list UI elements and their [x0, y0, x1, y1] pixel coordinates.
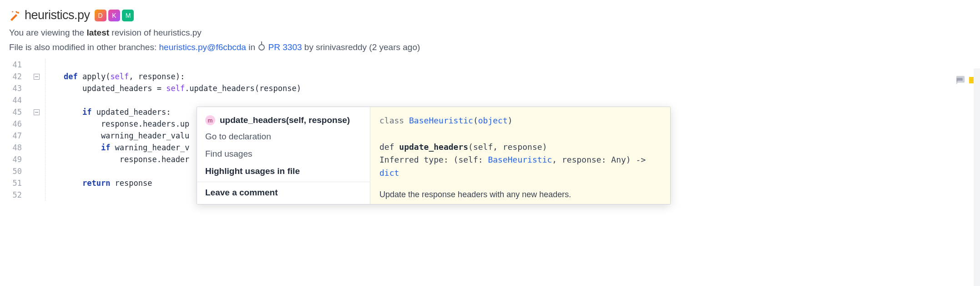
title-row: heuristics.py D K M	[9, 8, 971, 22]
wand-icon	[9, 10, 20, 21]
doc-inferred-line: Inferred type: (self: BaseHeuristic, res…	[379, 153, 661, 180]
pull-request-icon	[258, 44, 265, 51]
revision-info: You are viewing the latest revision of h…	[9, 28, 971, 38]
file-header: heuristics.py D K M You are viewing the …	[0, 0, 980, 56]
doc-class-name: BaseHeuristic	[409, 116, 473, 125]
editor-indicators	[955, 75, 975, 85]
doc-inferred-type2: dict	[379, 168, 399, 178]
doc-class-kw: class	[379, 116, 409, 125]
line-number: 51	[0, 177, 22, 189]
popup-menu-item[interactable]: Find usages	[197, 145, 370, 163]
comments-icon[interactable]	[955, 75, 965, 85]
doc-def-sig: (self, response)	[468, 142, 547, 152]
fold-toggle-icon[interactable]	[34, 109, 40, 115]
file-title: heuristics.py	[25, 8, 90, 22]
branch-info: File is also modified in other branches:…	[9, 42, 971, 52]
avatar[interactable]: K	[108, 10, 120, 21]
popup-title-text: update_headers(self, response)	[220, 115, 350, 125]
method-badge-icon: m	[205, 115, 215, 125]
branch-in: in	[246, 42, 258, 52]
line-number: 41	[0, 59, 22, 71]
popup-menu-item[interactable]: Leave a comment	[197, 182, 370, 201]
doc-def-kw: def	[379, 142, 399, 152]
doc-class-line: class BaseHeuristic(object)	[379, 114, 661, 128]
line-number-gutter: 414243444546474849505152	[0, 59, 25, 201]
avatar[interactable]: D	[95, 10, 106, 21]
branch-suffix: by srinivasreddy (2 years ago)	[302, 42, 420, 52]
symbol-popup: m update_headers(self, response) Go to d…	[197, 107, 671, 204]
line-number: 52	[0, 189, 22, 201]
code-line[interactable]: updated_headers = self.update_headers(re…	[45, 82, 980, 94]
doc-paren: (	[473, 116, 478, 125]
branch-prefix: File is also modified in other branches:	[9, 42, 159, 52]
popup-menu: m update_headers(self, response) Go to d…	[197, 107, 370, 204]
info-suffix: revision of heuristics.py	[109, 28, 202, 37]
code-line[interactable]	[45, 59, 980, 71]
line-number: 43	[0, 82, 22, 94]
doc-def-name: update_headers	[399, 142, 468, 152]
line-number: 50	[0, 165, 22, 177]
doc-inferred-prefix: Inferred type: (self:	[379, 155, 488, 164]
line-number: 47	[0, 130, 22, 142]
doc-paren-close: )	[508, 116, 513, 125]
doc-class-base: object	[478, 116, 508, 125]
fold-toggle-icon[interactable]	[34, 74, 40, 80]
doc-inferred-mid: , response: Any) ->	[552, 155, 646, 164]
line-number: 45	[0, 106, 22, 118]
line-number: 49	[0, 153, 22, 165]
info-prefix: You are viewing the	[9, 28, 86, 37]
pr-link[interactable]: PR 3303	[268, 42, 302, 52]
branch-file-link[interactable]: heuristics.py@f6cbcda	[159, 42, 246, 52]
line-number: 46	[0, 118, 22, 130]
code-line[interactable]	[45, 94, 980, 106]
line-number: 44	[0, 94, 22, 106]
documentation-panel: class BaseHeuristic(object) def update_h…	[370, 107, 670, 204]
popup-menu-item[interactable]: Highlight usages in file	[197, 163, 370, 180]
scrollbar[interactable]	[974, 68, 980, 286]
info-bold: latest	[86, 28, 109, 37]
line-number: 42	[0, 71, 22, 82]
avatar[interactable]: M	[122, 10, 134, 21]
popup-title: m update_headers(self, response)	[197, 112, 370, 128]
code-line[interactable]: def apply(self, response):	[45, 71, 980, 82]
fold-column	[25, 59, 45, 201]
doc-def-line: def update_headers(self, response)	[379, 141, 661, 154]
doc-description: Update the response headers with any new…	[379, 188, 661, 201]
doc-inferred-type1: BaseHeuristic	[488, 155, 552, 164]
line-number: 48	[0, 142, 22, 153]
popup-menu-item[interactable]: Go to declaration	[197, 128, 370, 145]
